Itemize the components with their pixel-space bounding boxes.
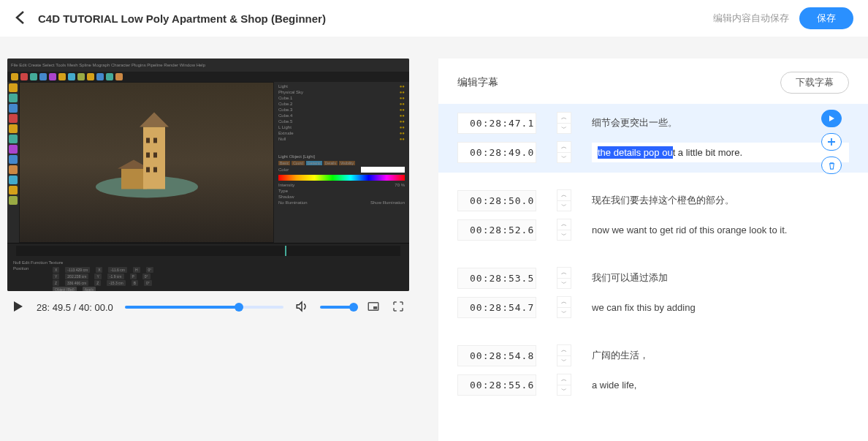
header-bar: C4D TUTORIAL Low Poly Apartment & Shop (…: [0, 0, 868, 37]
subtitle-row: 00:28:49.0 ︿ ﹀ the details pop out a lit…: [457, 137, 849, 167]
fullscreen-icon[interactable]: [392, 300, 405, 315]
timestamp-input[interactable]: 00:28:54.8: [457, 345, 536, 366]
svg-rect-1: [373, 306, 377, 309]
c4d-menubar: File Edit Create Select Tools Mesh Splin…: [7, 59, 409, 72]
time-spinner[interactable]: ︿ ﹀: [557, 141, 571, 163]
time-spinner[interactable]: ︿﹀: [557, 374, 571, 396]
subtitle-text[interactable]: 现在我们要去掉这个橙色的部分。: [592, 194, 849, 207]
spin-up-icon: ︿: [557, 113, 571, 124]
volume-icon[interactable]: [295, 300, 308, 315]
add-subtitle-button[interactable]: [821, 133, 842, 151]
subtitle-row: 00:28:47.1 ︿ ﹀ 细节会更突出一些。: [457, 108, 849, 137]
c4d-timeline-panel: Null Edit Function Texture Position X-11…: [7, 243, 409, 291]
volume-slider[interactable]: [320, 306, 355, 309]
page-title: C4D TUTORIAL Low Poly Apartment & Shop (…: [38, 12, 326, 25]
save-button[interactable]: 保存: [799, 7, 853, 29]
timestamp-input[interactable]: 00:28:52.6: [457, 219, 536, 241]
main: File Edit Create Select Tools Mesh Splin…: [0, 37, 868, 441]
time-spinner[interactable]: ︿﹀: [557, 267, 571, 289]
header-left: C4D TUTORIAL Low Poly Apartment & Shop (…: [15, 10, 326, 27]
time-spinner[interactable]: ︿﹀: [557, 344, 571, 366]
spin-up-icon: ︿: [557, 142, 571, 153]
subtitle-block[interactable]: 00:28:53.5 ︿﹀ 我们可以通过添加 00:28:54.7 ︿﹀ we …: [438, 259, 868, 328]
subtitle-row: 00:28:53.5 ︿﹀ 我们可以通过添加: [457, 263, 849, 293]
subtitle-text[interactable]: 我们可以通过添加: [592, 271, 849, 284]
subtitle-block[interactable]: 00:28:50.0 ︿﹀ 现在我们要去掉这个橙色的部分。 00:28:52.6…: [438, 181, 868, 250]
subtitle-panel-title: 编辑字幕: [457, 76, 498, 89]
subtitle-text[interactable]: now we want to get rid of this orange lo…: [592, 225, 849, 235]
video-viewport[interactable]: File Edit Create Select Tools Mesh Splin…: [7, 59, 409, 291]
time-display: 28: 49.5 / 40: 00.0: [37, 302, 113, 313]
subtitle-block[interactable]: 00:28:54.8 ︿﹀ 广阔的生活， 00:28:55.6 ︿﹀ a wid…: [438, 336, 868, 405]
time-spinner[interactable]: ︿﹀: [557, 296, 571, 318]
time-spinner[interactable]: ︿﹀: [557, 219, 571, 241]
timestamp-input[interactable]: 00:28:55.6: [457, 374, 536, 396]
timestamp-input[interactable]: 00:28:49.0: [457, 142, 536, 163]
time-spinner[interactable]: ︿ ﹀: [557, 112, 571, 134]
play-subtitle-button[interactable]: [821, 110, 842, 127]
subtitle-text[interactable]: we can fix this by adding: [592, 302, 849, 313]
delete-subtitle-button[interactable]: [821, 157, 842, 174]
c4d-left-toolbar: [7, 82, 19, 243]
header-right: 编辑内容自动保存 保存: [713, 7, 853, 29]
c4d-scene-panel: Light●● Physical Sky●● Cube.1●● Cube.2●●…: [274, 82, 409, 243]
subtitle-text[interactable]: 细节会更突出一些。: [592, 116, 849, 129]
play-button[interactable]: [12, 300, 25, 315]
subtitle-block[interactable]: 00:28:47.1 ︿ ﹀ 细节会更突出一些。 00:28:49.0 ︿ ﹀ …: [438, 104, 868, 173]
subtitle-panel: 编辑字幕 下载字幕 00:28:47.1 ︿ ﹀ 细节会更突出一些。 00:28…: [438, 59, 868, 441]
video-controls: 28: 49.5 / 40: 00.0: [7, 291, 409, 323]
auto-save-label: 编辑内容自动保存: [713, 12, 789, 25]
subtitle-row: 00:28:54.8 ︿﹀ 广阔的生活，: [457, 341, 849, 370]
c4d-body: Light●● Physical Sky●● Cube.1●● Cube.2●●…: [7, 82, 409, 243]
subtitle-row: 00:28:55.6 ︿﹀ a wide life,: [457, 370, 849, 399]
subtitle-text-input[interactable]: the details pop out a little bit more.: [592, 143, 849, 162]
timestamp-input[interactable]: 00:28:47.1: [457, 113, 536, 134]
c4d-3d-viewport: [19, 82, 274, 243]
subtitle-text[interactable]: a wide life,: [592, 380, 849, 391]
progress-bar[interactable]: [125, 306, 283, 309]
c4d-toolbar: [7, 72, 409, 82]
subtitle-panel-header: 编辑字幕 下载字幕: [438, 59, 868, 104]
spin-down-icon: ﹀: [557, 153, 571, 163]
timestamp-input[interactable]: 00:28:50.0: [457, 190, 536, 211]
subtitle-row: 00:28:50.0 ︿﹀ 现在我们要去掉这个橙色的部分。: [457, 186, 849, 215]
subtitle-row: 00:28:52.6 ︿﹀ now we want to get rid of …: [457, 215, 849, 244]
subtitle-text[interactable]: 广阔的生活，: [592, 349, 849, 362]
pip-icon[interactable]: [367, 300, 380, 315]
download-subtitle-button[interactable]: 下载字幕: [780, 72, 849, 94]
spin-down-icon: ﹀: [557, 124, 571, 134]
timestamp-input[interactable]: 00:28:53.5: [457, 268, 536, 289]
video-pane: File Edit Create Select Tools Mesh Splin…: [0, 59, 409, 441]
timestamp-input[interactable]: 00:28:54.7: [457, 297, 536, 318]
back-button[interactable]: [15, 10, 25, 27]
subtitle-row: 00:28:54.7 ︿﹀ we can fix this by adding: [457, 293, 849, 322]
time-spinner[interactable]: ︿﹀: [557, 189, 571, 211]
